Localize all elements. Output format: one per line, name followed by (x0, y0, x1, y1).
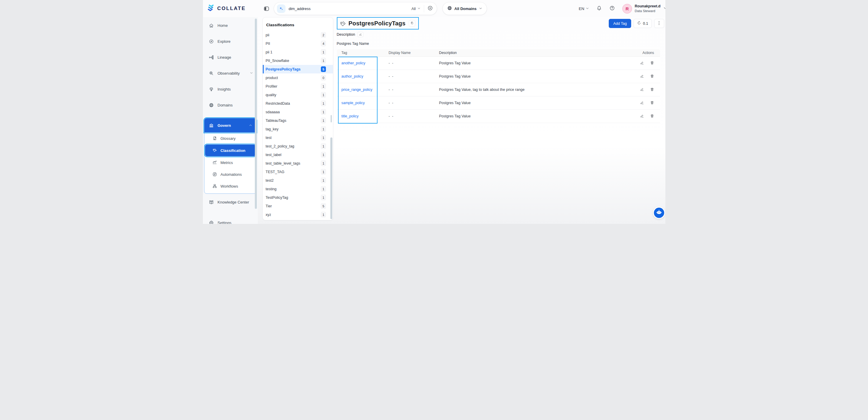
sidebar-item-settings[interactable]: Settings (203, 218, 258, 224)
delete-tag-button[interactable] (650, 87, 654, 92)
classification-list-item[interactable]: Profiler1 (263, 82, 333, 91)
edit-tag-button[interactable] (640, 114, 644, 119)
classification-list-item[interactable]: test21 (263, 176, 333, 185)
lineage-icon (209, 55, 214, 60)
classification-list-item[interactable]: PostgresPolicyTags5 (263, 65, 333, 73)
delete-tag-button[interactable] (650, 74, 654, 79)
classification-count-badge: 1 (321, 92, 326, 98)
classification-list-item[interactable]: tag_key1 (263, 125, 333, 133)
delete-icon (650, 88, 654, 92)
delete-icon (650, 101, 654, 106)
classification-list-item[interactable]: TEST_TAG1 (263, 168, 333, 176)
column-header-tag: Tag (337, 51, 389, 55)
tag-link[interactable]: another_policy (342, 61, 365, 65)
copy-name-button[interactable] (409, 20, 415, 27)
edit-description-button[interactable] (358, 32, 363, 37)
sidebar-item-glossary[interactable]: Glossary (205, 132, 256, 144)
sidebar-item-observability[interactable]: Observability (203, 69, 258, 77)
help-button[interactable] (609, 5, 615, 12)
sidebar-item-insights[interactable]: Insights (203, 85, 258, 93)
classification-name: TEST_TAG (266, 170, 285, 174)
edit-tag-button[interactable] (640, 100, 644, 106)
workflows-icon (212, 184, 217, 188)
classification-list-item[interactable]: TestPolicyTag1 (263, 193, 333, 202)
classification-list-item[interactable]: pii 11 (263, 48, 333, 56)
sidebar-item-label: Home (218, 23, 228, 28)
sidebar-item-lineage[interactable]: Lineage (203, 53, 258, 61)
sidebar-scrollbar[interactable] (255, 19, 257, 209)
classification-list-item[interactable]: xyz1 (263, 210, 333, 219)
classification-count-badge: 1 (321, 195, 326, 200)
edit-tag-button[interactable] (640, 61, 644, 66)
classification-list-item[interactable]: RestrictedData1 (263, 99, 333, 108)
sidebar-toggle-icon[interactable] (264, 6, 269, 11)
classification-list-item[interactable]: product0 (263, 73, 333, 82)
classification-name: test_2_policy_tag (266, 144, 294, 148)
language-value: EN (579, 6, 584, 11)
manage-menu-button[interactable] (654, 19, 664, 28)
classification-name: product (266, 76, 278, 80)
classification-list-item[interactable]: quality1 (263, 91, 333, 99)
sidebar-item-classification[interactable]: Classification (205, 145, 256, 156)
classification-list-item[interactable]: test_label1 (263, 150, 333, 159)
classifications-scrollbar[interactable] (330, 138, 332, 219)
chevron-down-icon (479, 6, 482, 11)
tag-link[interactable]: price_range_policy (342, 88, 373, 92)
classification-list-item[interactable]: test_table_level_tags1 (263, 159, 333, 168)
classification-name: TableauTags (266, 119, 286, 123)
version-value: 0.1 (643, 22, 648, 26)
delete-icon (650, 61, 654, 66)
sidebar-item-workflows[interactable]: Workflows (205, 180, 256, 192)
sidebar-item-automations[interactable]: Automations (205, 169, 256, 180)
classification-list-item[interactable]: TableauTags1 (263, 116, 333, 125)
sidebar-item-home[interactable]: Home (203, 21, 258, 30)
chevron-down-icon (586, 6, 589, 11)
tag-link[interactable]: title_policy (342, 114, 359, 118)
column-header-description: Description (439, 51, 625, 55)
search-divider (424, 5, 424, 12)
sidebar-item-label: Knowledge Center (218, 200, 249, 204)
classification-list-item[interactable]: PII_Snowflake1 (263, 56, 333, 65)
classification-list-item[interactable]: pii2 (263, 31, 333, 39)
edit-icon (640, 115, 644, 119)
delete-tag-button[interactable] (650, 114, 654, 119)
version-button[interactable]: 0.1 (633, 19, 652, 28)
tags-table: Tag Display Name Description Actions ano… (337, 49, 660, 123)
notifications-button[interactable] (596, 5, 602, 12)
classification-list-item[interactable]: sdaaaaa1 (263, 108, 333, 116)
classification-count-badge: 4 (321, 41, 326, 46)
domains-filter-dropdown[interactable]: All Domains (443, 2, 487, 15)
language-dropdown[interactable]: EN (579, 6, 589, 11)
chat-assistant-button[interactable] (654, 208, 664, 218)
sidebar-item-metrics[interactable]: Metrics (205, 157, 256, 169)
classification-name: test (266, 136, 272, 140)
classification-list-item[interactable]: test_2_policy_tag1 (263, 142, 333, 150)
description-label: Description (337, 32, 355, 36)
tag-link[interactable]: sample_policy (342, 101, 365, 105)
search-input[interactable] (289, 6, 408, 11)
classification-list-item[interactable]: PII4 (263, 39, 333, 48)
add-tag-button[interactable]: Add Tag (609, 19, 631, 28)
classification-name: test_label (266, 153, 282, 157)
search-scope-dropdown[interactable]: All (411, 6, 420, 11)
delete-tag-button[interactable] (650, 61, 654, 66)
classification-list-item[interactable]: Tier5 (263, 202, 333, 210)
search-clear-button[interactable] (427, 5, 433, 12)
sidebar-item-explore[interactable]: Explore (203, 37, 258, 46)
sidebar-item-label: Metrics (221, 160, 233, 165)
collate-logo[interactable]: COLLATE (207, 4, 258, 13)
sidebar-item-govern[interactable]: Govern (205, 118, 256, 132)
classification-list-item[interactable]: test1 (263, 133, 333, 142)
version-history-icon (637, 21, 641, 26)
sidebar-item-knowledge-center[interactable]: Knowledge Center (203, 198, 258, 206)
insights-icon (209, 87, 214, 92)
edit-tag-button[interactable] (640, 74, 644, 79)
sidebar-item-domains[interactable]: Domains (203, 101, 258, 109)
user-menu[interactable]: R Rounakpreet.d Data Steward (622, 4, 665, 13)
delete-tag-button[interactable] (650, 100, 654, 106)
classifications-scrollbar-outer[interactable] (331, 115, 332, 122)
classification-list-item[interactable]: testing1 (263, 185, 333, 193)
avatar: R (622, 4, 632, 13)
tag-link[interactable]: author_policy (342, 74, 363, 79)
edit-tag-button[interactable] (640, 87, 644, 92)
